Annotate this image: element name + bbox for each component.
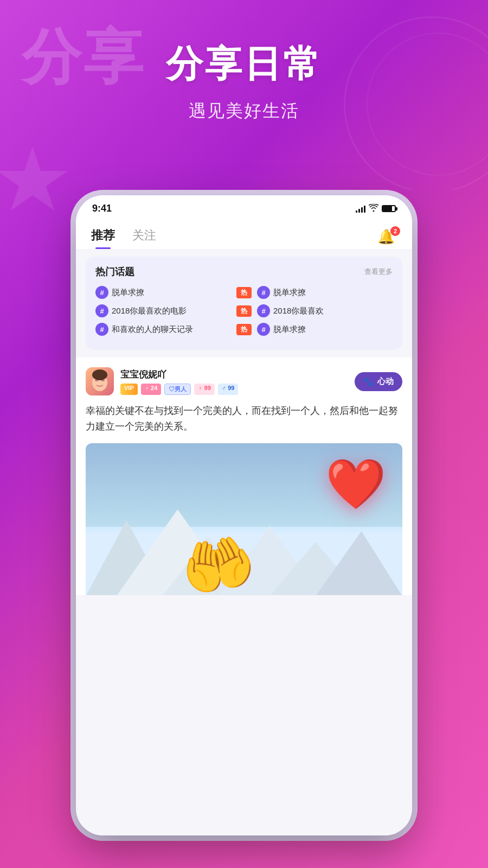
hash-icon-6: # xyxy=(257,323,270,336)
female-tag: ♀ 24 xyxy=(141,384,162,395)
signal-bar-3 xyxy=(361,207,363,213)
signal-bar-2 xyxy=(358,209,360,213)
user-type-tag: ♡男人 xyxy=(164,384,191,395)
hot-badge-1: 热 xyxy=(236,287,252,298)
svg-marker-0 xyxy=(0,146,68,210)
topic-item-2-left[interactable]: # 2018你最喜欢的电影 xyxy=(95,304,231,317)
post-content-text: 幸福的关键不在与找到一个完美的人，而在找到一个人，然后和他一起努力建立一个完美的… xyxy=(86,403,402,435)
subtitle: 遇见美好生活 xyxy=(22,99,466,123)
post-user-info: 宝宝倪妮吖 VIP ♀ 24 ♡男人 ♀ 99 ♂ 99 xyxy=(86,367,238,395)
paw-heart-icon: 🐾 xyxy=(363,376,374,387)
view-more-link[interactable]: 查看更多 xyxy=(364,267,393,277)
bg-star-decoration xyxy=(0,141,76,228)
signal-bars-icon xyxy=(356,205,365,213)
hash-icon-5: # xyxy=(95,323,108,336)
status-time: 9:41 xyxy=(92,203,112,214)
topic-row-3: # 和喜欢的人的聊天记录 热 # 脱单求撩 xyxy=(95,323,393,336)
post-card: 宝宝倪妮吖 VIP ♀ 24 ♡男人 ♀ 99 ♂ 99 🐾 心动 幸福的关键不… xyxy=(76,358,412,595)
nav-bell-button[interactable]: 🔔 2 xyxy=(377,228,397,248)
hash-icon-3: # xyxy=(95,304,108,317)
heart-button-label: 心动 xyxy=(377,376,394,387)
topic-item-1-left[interactable]: # 脱单求撩 xyxy=(95,286,231,299)
topic-row-1: # 脱单求撩 热 # 脱单求撩 xyxy=(95,286,393,299)
header-area: 分享日常 遇见美好生活 xyxy=(0,43,488,123)
status-icons xyxy=(356,204,396,213)
hash-icon-1: # xyxy=(95,286,108,299)
topic-item-3-right[interactable]: # 脱单求撩 xyxy=(257,323,393,336)
main-title: 分享日常 xyxy=(22,43,466,84)
topic-item-2-right[interactable]: # 2018你最喜欢 xyxy=(257,304,393,317)
user-name: 宝宝倪妮吖 xyxy=(120,368,238,381)
topic-text-3-right: 脱单求撩 xyxy=(273,324,306,335)
phone-mockup: 9:41 推荐 关注 xyxy=(76,195,412,835)
hot-topics-title: 热门话题 xyxy=(95,265,134,278)
wifi-icon xyxy=(369,204,378,213)
user-details: 宝宝倪妮吖 VIP ♀ 24 ♡男人 ♀ 99 ♂ 99 xyxy=(120,368,238,395)
hot-badge-2: 热 xyxy=(236,305,252,317)
mountain-scene: ❤️ 🤲 xyxy=(86,443,402,595)
tab-recommended[interactable]: 推荐 xyxy=(91,227,115,249)
nav-tabs: 推荐 关注 xyxy=(91,227,156,249)
svg-point-5 xyxy=(92,369,107,380)
hash-icon-2: # xyxy=(257,286,270,299)
signal-bar-4 xyxy=(364,206,365,213)
topic-row-2: # 2018你最喜欢的电影 热 # 2018你最喜欢 xyxy=(95,304,393,317)
hot-topics-header: 热门话题 查看更多 xyxy=(95,265,393,278)
status-bar: 9:41 xyxy=(76,195,412,220)
tab-following[interactable]: 关注 xyxy=(132,227,156,249)
topic-text-2-left: 2018你最喜欢的电影 xyxy=(112,306,187,316)
notification-badge: 2 xyxy=(390,226,400,236)
heart-button[interactable]: 🐾 心动 xyxy=(355,372,402,391)
hand-overlay: 🤲 xyxy=(176,529,260,595)
hot-badge-3: 热 xyxy=(236,324,252,335)
topic-text-1-right: 脱单求撩 xyxy=(273,288,306,298)
post-header: 宝宝倪妮吖 VIP ♀ 24 ♡男人 ♀ 99 ♂ 99 🐾 心动 xyxy=(86,367,402,395)
topic-text-2-right: 2018你最喜欢 xyxy=(273,306,324,316)
topic-item-3-left[interactable]: # 和喜欢的人的聊天记录 xyxy=(95,323,231,336)
fade-bottom xyxy=(76,792,412,835)
female-num-tag: ♀ 99 xyxy=(194,384,215,395)
avatar xyxy=(86,367,114,395)
nav-bar: 推荐 关注 🔔 2 xyxy=(76,220,412,249)
vip-tag: VIP xyxy=(120,384,138,395)
topic-item-1-right[interactable]: # 脱单求撩 xyxy=(257,286,393,299)
heart-3d-overlay: ❤️ xyxy=(325,459,386,508)
user-tags: VIP ♀ 24 ♡男人 ♀ 99 ♂ 99 xyxy=(120,384,238,395)
topic-text-1-left: 脱单求撩 xyxy=(112,288,144,298)
post-image: ❤️ 🤲 xyxy=(86,443,402,595)
battery-icon xyxy=(382,205,396,212)
signal-bar-1 xyxy=(356,210,357,213)
hash-icon-4: # xyxy=(257,304,270,317)
male-num-tag: ♂ 99 xyxy=(218,384,239,395)
topic-text-3-left: 和喜欢的人的聊天记录 xyxy=(112,324,193,335)
hot-topics-card: 热门话题 查看更多 # 脱单求撩 热 # 脱单求撩 # 2018你最喜欢的电影 … xyxy=(86,257,402,350)
